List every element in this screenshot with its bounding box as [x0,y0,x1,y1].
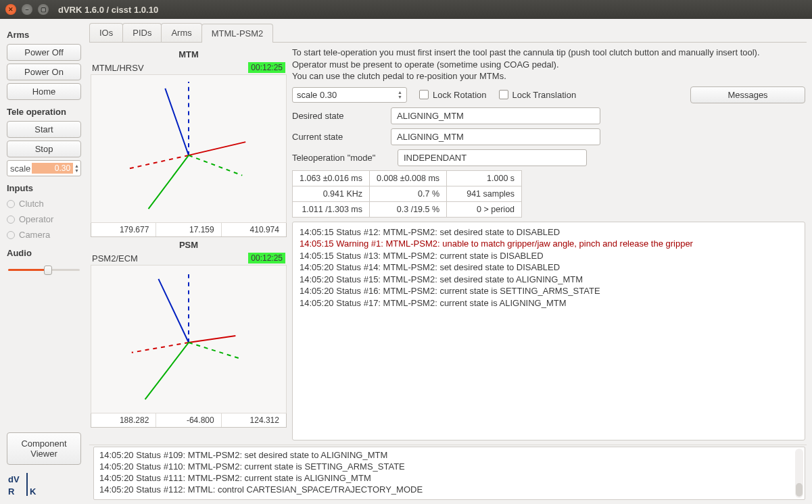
minimize-icon[interactable]: – [22,4,32,15]
audio-slider[interactable] [8,265,80,276]
mtm-canvas [91,74,287,223]
titlebar: ✕ – ▢ dVRK 1.6.0 / cisst 1.0.10 [0,0,812,19]
svg-line-11 [158,279,189,343]
psm-name: PSM2/ECM [92,253,138,263]
sidebar: Arms Power Off Power On Home Tele operat… [0,19,88,504]
desired-state-input[interactable]: ALIGNING_MTM [391,107,600,124]
stats-table: 1.063 ±0.016 ms 0.941 KHz 1.011 /1.303 m… [292,170,522,218]
mode-label: Teleoperation "mode" [292,153,393,163]
close-icon[interactable]: ✕ [5,4,16,15]
tab-pids[interactable]: PIDs [122,23,162,42]
tab-arms[interactable]: Arms [161,23,201,42]
mtm-time: 00:12:25 [248,62,285,73]
checkbox-icon[interactable] [419,90,429,99]
window-title: dVRK 1.6.0 / cisst 1.0.10 [58,5,158,15]
power-on-button[interactable]: Power On [7,64,81,80]
component-viewer-button[interactable]: Component Viewer [7,432,81,465]
svg-text:dV: dV [8,474,20,484]
psm-values: 188.282 -64.800 124.312 [91,413,287,428]
desired-state-label: Desired state [292,111,387,121]
dvrk-logo-icon: dV R K [7,472,47,497]
power-off-button[interactable]: Power Off [7,44,81,61]
camera-radio: Camera [7,228,81,241]
start-button[interactable]: Start [7,121,81,138]
spin-arrows-icon[interactable]: ▲▼ [74,163,79,173]
svg-line-12 [189,336,235,343]
inputs-heading: Inputs [7,183,81,193]
psm-canvas [91,265,287,413]
message-log[interactable]: 14:05:15 Status #12: MTML-PSM2: set desi… [292,222,805,440]
audio-heading: Audio [7,248,81,258]
svg-text:K: K [30,486,37,497]
teleop-heading: Tele operation [7,107,81,117]
clutch-radio: Clutch [7,197,81,210]
mtm-name: MTML/HRSV [92,63,144,73]
lock-translation-checkbox[interactable]: Lock Translation [499,90,577,100]
svg-line-14 [145,343,189,399]
footer-log[interactable]: 14:05:20 Status #109: MTML-PSM2: set des… [93,447,805,500]
current-state-input[interactable]: ALIGNING_MTM [391,128,600,145]
stop-button[interactable]: Stop [7,141,81,157]
svg-line-5 [165,89,189,155]
instructions: To start tele-operation you must first i… [292,47,805,82]
mtm-values: 179.677 17.159 410.974 [91,223,287,237]
svg-line-9 [189,155,242,176]
mode-input[interactable]: INDEPENDANT [398,149,587,166]
psm-time: 00:12:25 [248,253,285,263]
scale-select[interactable]: scale 0.30 ▲▼ [292,87,407,103]
tab-mtml-psm2[interactable]: MTML-PSM2 [201,24,274,43]
svg-line-15 [189,343,242,359]
scale-prefix: scale [9,163,32,174]
mtm-title: MTM [91,47,287,62]
tab-ios[interactable]: IOs [89,23,123,42]
current-state-label: Current state [292,132,387,142]
arms-heading: Arms [7,30,81,40]
scrollbar[interactable] [795,449,803,498]
svg-line-6 [189,142,245,155]
operator-radio: Operator [7,213,81,226]
svg-text:R: R [8,486,15,497]
tab-bar: IOs PIDs Arms MTML-PSM2 [89,23,807,43]
spin-arrows-icon[interactable]: ▲▼ [398,90,402,99]
svg-line-13 [132,343,189,353]
messages-button[interactable]: Messages [690,86,805,103]
maximize-icon[interactable]: ▢ [38,4,49,15]
scale-spinbox[interactable]: scale 0.30 ▲▼ [7,160,81,176]
home-button[interactable]: Home [7,83,81,100]
psm-title: PSM [91,237,287,253]
scale-value[interactable]: 0.30 [32,163,73,174]
lock-rotation-checkbox[interactable]: Lock Rotation [419,90,487,100]
checkbox-icon[interactable] [499,90,508,99]
